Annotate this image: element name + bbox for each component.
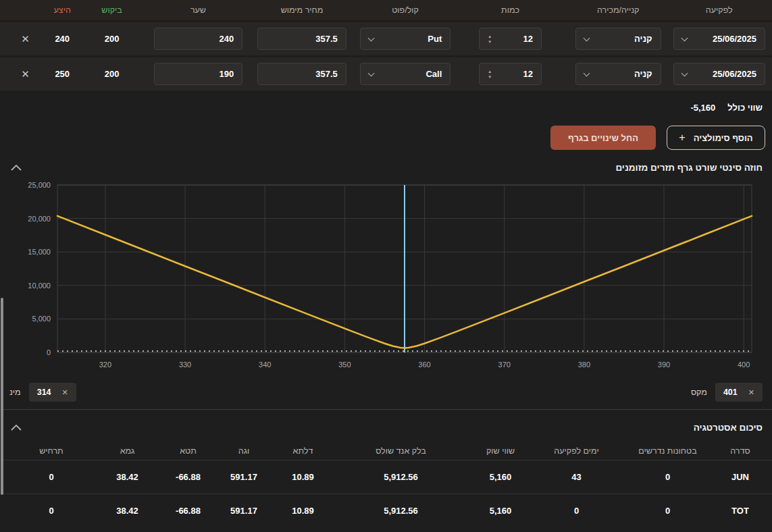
summary-header-black-scholes: בלק אנד שולס (335, 446, 467, 456)
summary-header-delta: דלתא (271, 446, 335, 456)
header-quantity: כמות (479, 5, 542, 15)
chevron-down-icon (681, 35, 688, 42)
stepper-arrows-icon[interactable]: ▲▼ (488, 70, 492, 79)
strike-input[interactable] (257, 28, 346, 50)
min-value: 314 (37, 388, 51, 397)
leg-row: 25/06/2025 קניה 12 ▲▼ Put 200 240 ✕ (0, 22, 772, 55)
summary-header-days-to-expiry: ימים לפקיעה (534, 446, 619, 456)
theta-cell: -66.88 (159, 506, 217, 516)
chart-title: חוזה סינטי שורט גרף תזרים מזומנים (615, 163, 763, 173)
bid-value: 200 (88, 34, 134, 44)
collapse-summary-button[interactable] (9, 421, 23, 434)
collateral-cell: 0 (619, 506, 717, 516)
scenario-cell: 0 (7, 472, 95, 482)
actions-row: הוסף סימולציה + החל שינויים בגרף (0, 126, 772, 150)
chevron-up-icon (11, 165, 22, 171)
options-strategy-page: { "theme": { "accent_green": "#58b75c", … (0, 0, 772, 532)
svg-text:380: 380 (578, 361, 590, 369)
rate-input[interactable] (154, 28, 243, 50)
header-rate: שער (154, 5, 243, 15)
header-ask: היצע (43, 5, 82, 15)
vertical-scrollbar[interactable] (1, 298, 3, 495)
quantity-value: 12 (523, 34, 532, 44)
max-range-chip[interactable]: 401 ✕ (715, 383, 763, 402)
collapse-chart-button[interactable] (9, 161, 23, 174)
svg-text:330: 330 (179, 361, 191, 369)
remove-leg-button[interactable]: ✕ (21, 33, 30, 45)
delta-cell: 10.89 (271, 506, 335, 516)
section-divider (0, 409, 772, 410)
header-strike: מחיר מימוש (257, 5, 346, 15)
summary-row-jun: JUN 0 43 5,160 5,912.56 10.89 591.17 -66… (0, 460, 772, 494)
summary-header-theta: תטא (159, 446, 217, 456)
add-simulation-button[interactable]: הוסף סימולציה + (667, 126, 765, 150)
summary-title: סיכום אסטרטגיה (694, 423, 763, 433)
chevron-down-icon (583, 70, 590, 77)
min-range-group: מינ 314 ✕ (9, 383, 76, 402)
apply-changes-button[interactable]: החל שינויים בגרף (550, 126, 656, 150)
expiry-value: 25/06/2025 (713, 34, 756, 44)
expiry-dropdown[interactable]: 25/06/2025 (673, 63, 765, 85)
svg-text:320: 320 (99, 361, 111, 369)
leg-row: 25/06/2025 קניה 12 ▲▼ Call 200 250 ✕ (0, 57, 772, 90)
clear-min-icon[interactable]: ✕ (62, 388, 68, 397)
market-value-cell: 5,160 (467, 472, 534, 482)
stepper-arrows-icon[interactable]: ▲▼ (488, 34, 492, 44)
black-scholes-cell: 5,912.56 (335, 472, 467, 482)
header-buy-sell: קנייה/מכירה (575, 5, 661, 15)
summary-row-total: TOT 0 0 5,160 5,912.56 10.89 591.17 -66.… (0, 494, 772, 527)
cash-flow-chart: 05,00010,00015,00020,00025,0003203303403… (0, 176, 772, 378)
total-value-row: שווי כולל -5,160 (0, 100, 772, 115)
total-value-label: שווי כולל (727, 103, 763, 113)
clear-max-icon[interactable]: ✕ (748, 388, 754, 397)
summary-header-series: סדרה (717, 446, 764, 456)
call-put-value: Put (428, 34, 442, 44)
summary-header-gamma: גמא (95, 446, 159, 456)
gamma-cell: 38.42 (95, 506, 159, 516)
vega-cell: 591.17 (217, 506, 271, 516)
buy-sell-dropdown[interactable]: קניה (575, 28, 661, 50)
max-value: 401 (723, 388, 738, 397)
svg-text:400: 400 (738, 361, 750, 369)
ask-value: 240 (43, 34, 82, 44)
chevron-down-icon (367, 70, 374, 77)
vega-cell: 591.17 (217, 472, 271, 482)
svg-text:20,000: 20,000 (28, 215, 51, 223)
chevron-down-icon (681, 70, 688, 77)
days-cell: 43 (534, 472, 619, 482)
summary-header-collateral: בטחונות נדרשים (619, 446, 717, 456)
summary-header-market-value: שווי שוק (467, 446, 534, 456)
strike-input[interactable] (257, 63, 346, 85)
theta-cell: -66.88 (159, 472, 217, 482)
svg-text:350: 350 (338, 361, 351, 369)
chevron-down-icon (367, 35, 374, 42)
svg-text:360: 360 (418, 361, 430, 369)
remove-leg-button[interactable]: ✕ (21, 68, 30, 80)
black-scholes-cell: 5,912.56 (335, 506, 467, 516)
market-value-cell: 5,160 (467, 506, 534, 516)
svg-text:5,000: 5,000 (32, 315, 51, 323)
min-range-chip[interactable]: 314 ✕ (29, 383, 76, 402)
rate-input[interactable] (154, 63, 243, 85)
call-put-dropdown[interactable]: Call (360, 63, 451, 85)
quantity-stepper[interactable]: 12 ▲▼ (479, 28, 542, 50)
series-cell: TOT (717, 506, 764, 516)
expiry-dropdown[interactable]: 25/06/2025 (673, 28, 765, 50)
add-simulation-label: הוסף סימולציה (694, 133, 753, 143)
summary-header-vega: וגה (217, 446, 271, 456)
ask-value: 250 (43, 69, 82, 79)
chart-range-row: מינ 314 ✕ מקס 401 ✕ (0, 382, 772, 402)
days-cell: 0 (534, 506, 619, 516)
summary-table-header: סדרה בטחונות נדרשים ימים לפקיעה שווי שוק… (0, 442, 772, 460)
buy-sell-dropdown[interactable]: קניה (575, 63, 661, 85)
legs-table-header: לפקיעה קנייה/מכירה כמות קול/פוט מחיר מימ… (0, 0, 772, 20)
svg-text:340: 340 (259, 361, 271, 369)
svg-text:390: 390 (658, 361, 670, 369)
call-put-dropdown[interactable]: Put (360, 28, 451, 50)
quantity-stepper[interactable]: 12 ▲▼ (479, 63, 542, 85)
total-value-amount: -5,160 (690, 103, 715, 113)
chevron-up-icon (11, 425, 22, 431)
quantity-value: 12 (523, 69, 532, 79)
svg-text:10,000: 10,000 (28, 282, 51, 290)
plus-icon: + (679, 132, 685, 144)
